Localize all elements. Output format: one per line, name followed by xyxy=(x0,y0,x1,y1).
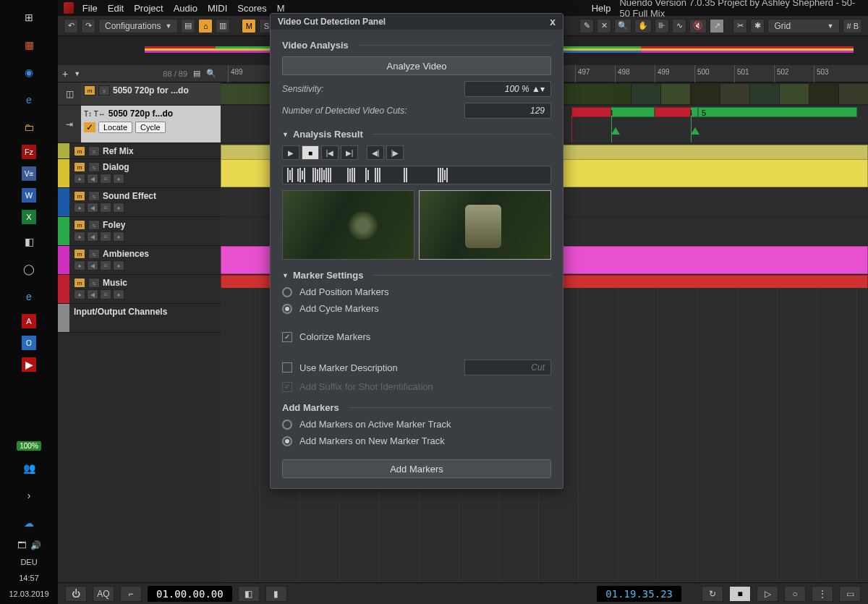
track-control[interactable]: ● xyxy=(113,260,124,271)
stop-button[interactable]: ■ xyxy=(729,586,751,602)
taskbar-app-icon[interactable]: ◉ xyxy=(19,62,39,82)
sensitivity-value[interactable]: 100 % ▲▾ xyxy=(464,81,551,97)
ie-icon[interactable]: e xyxy=(19,286,39,307)
snap-type-dropdown[interactable]: Grid▼ xyxy=(767,19,840,33)
track-control[interactable]: ◀ xyxy=(87,231,98,242)
track-row[interactable]: ms Foley ●◀≡● xyxy=(58,217,221,246)
undo-button[interactable]: ↶ xyxy=(64,19,78,33)
chrome-icon[interactable]: ◯ xyxy=(19,259,39,279)
solo-button[interactable]: s xyxy=(88,191,100,201)
track-row[interactable]: ms Ref Mix xyxy=(58,143,221,159)
tool-button[interactable]: ↗ xyxy=(710,19,724,33)
track-control[interactable]: ● xyxy=(74,260,85,271)
track-control[interactable]: ● xyxy=(74,231,85,242)
cycle-marker[interactable]: 5 xyxy=(698,107,857,117)
track-control[interactable]: ≡ xyxy=(100,231,111,242)
transport-panel-button[interactable]: ▭ xyxy=(839,586,861,602)
tray-expand-icon[interactable]: › xyxy=(19,485,39,506)
snap-button[interactable]: ✱ xyxy=(750,19,765,33)
panel-button[interactable]: ▥ xyxy=(216,19,230,33)
language-indicator[interactable]: DEU xyxy=(20,558,37,566)
secondary-timecode[interactable]: 01.19.35.23 xyxy=(597,586,681,602)
menu-truncated[interactable]: M xyxy=(277,3,285,14)
mute-button[interactable]: m xyxy=(74,220,85,230)
stop-button[interactable]: ■ xyxy=(302,145,319,160)
close-button[interactable]: x xyxy=(550,16,556,27)
track-control[interactable]: ≡ xyxy=(100,174,111,184)
zoom-badge[interactable]: 100% xyxy=(17,441,41,451)
radio-add-position[interactable]: Add Position Markers xyxy=(282,286,551,297)
radio-add-new[interactable]: Add Markers on New Marker Track xyxy=(282,435,551,446)
mute-button[interactable]: m xyxy=(74,191,85,201)
thumbnail-before[interactable] xyxy=(282,190,414,260)
record-button[interactable]: ○ xyxy=(784,586,806,602)
explorer-icon[interactable]: 🗀 xyxy=(19,117,39,137)
menu-edit[interactable]: Edit xyxy=(108,3,124,14)
track-control[interactable]: ◀ xyxy=(87,174,98,184)
mute-all-button[interactable]: M xyxy=(242,19,256,33)
tool-button[interactable]: ✎ xyxy=(579,19,594,33)
mute-button[interactable]: m xyxy=(74,249,85,259)
track-row[interactable]: Input/Output Channels xyxy=(58,304,221,333)
track-control[interactable]: ≡ xyxy=(100,289,111,299)
vs-icon[interactable]: V≡ xyxy=(22,166,36,181)
track-control[interactable]: ● xyxy=(113,174,124,184)
search-button[interactable]: 🔍 xyxy=(206,69,216,78)
punch-button[interactable]: ⌐ xyxy=(120,586,142,602)
marker-track-selected[interactable]: ⇥ T↕ T↔ 5050 720p f...do ✓ Locate Cycle xyxy=(58,106,221,143)
cycle-marker[interactable] xyxy=(655,107,691,117)
track-row[interactable]: ms Ambiences ●◀≡● xyxy=(58,246,221,275)
beats-button[interactable]: # B xyxy=(843,19,862,33)
menu-audio[interactable]: Audio xyxy=(174,3,197,14)
tool-button[interactable]: ⊪ xyxy=(655,19,669,33)
word-icon[interactable]: W xyxy=(22,188,36,203)
track-control[interactable]: ● xyxy=(113,289,124,299)
skip-back-button[interactable]: ◀| xyxy=(367,145,384,160)
track-control[interactable]: ◀ xyxy=(87,289,98,299)
next-button[interactable]: ▶| xyxy=(341,145,358,160)
filezilla-icon[interactable]: Fz xyxy=(22,145,36,159)
acrobat-icon[interactable]: A xyxy=(22,314,36,328)
edge-icon[interactable]: e xyxy=(19,90,39,110)
add-markers-button[interactable]: Add Markers xyxy=(282,459,551,478)
solo-button[interactable]: s xyxy=(88,278,100,288)
mute-button[interactable]: m xyxy=(84,85,95,95)
aq-button[interactable]: AQ xyxy=(93,586,114,602)
mute-button[interactable]: m xyxy=(74,162,85,172)
menu-midi[interactable]: MIDI xyxy=(208,3,227,14)
track-control[interactable]: ● xyxy=(74,203,85,213)
solo-button[interactable]: s xyxy=(98,85,110,95)
add-track-button[interactable]: + xyxy=(62,68,68,80)
menu-help[interactable]: Help xyxy=(592,3,611,14)
zoom-tool-button[interactable]: 🔍 xyxy=(614,19,631,33)
tool-button[interactable]: ✕ xyxy=(597,19,611,33)
clock-time[interactable]: 14:57 xyxy=(19,574,39,582)
play-button[interactable]: ▷ xyxy=(757,586,778,602)
taskbar-app-icon[interactable]: ◧ xyxy=(19,231,39,252)
check-use-description[interactable]: Use Marker Description xyxy=(282,360,551,375)
marker-checkbox[interactable]: ✓ xyxy=(84,122,95,132)
track-control[interactable]: ● xyxy=(113,231,124,242)
power-button[interactable]: ⏻ xyxy=(65,586,87,602)
loop-button[interactable]: ↻ xyxy=(702,586,723,602)
nuendo-icon[interactable]: ▶ xyxy=(22,357,36,372)
mute-button[interactable]: m xyxy=(74,278,85,288)
tool-button[interactable]: ∿ xyxy=(672,19,686,33)
track-row[interactable]: ms Dialog ●◀≡● xyxy=(58,159,221,188)
menu-project[interactable]: Project xyxy=(134,3,163,14)
outlook-icon[interactable]: O xyxy=(22,336,36,350)
analyze-video-button[interactable]: Analyze Video xyxy=(282,56,551,75)
locate-button[interactable]: Locate xyxy=(98,122,132,133)
tool-button[interactable]: 🔇 xyxy=(689,19,707,33)
track-control[interactable]: ● xyxy=(74,289,85,299)
hand-tool-button[interactable]: ✋ xyxy=(634,19,652,33)
thumbnail-after[interactable] xyxy=(419,190,551,260)
transport-menu-button[interactable]: ⋮ xyxy=(812,586,833,602)
redo-button[interactable]: ↷ xyxy=(81,19,95,33)
track-control[interactable]: ◀ xyxy=(87,260,98,271)
track-row[interactable]: ms Music ●◀≡● xyxy=(58,275,221,304)
marker-button[interactable]: ▮ xyxy=(265,586,287,602)
track-control[interactable]: ≡ xyxy=(100,260,111,271)
track-visibility-button[interactable]: ▤ xyxy=(181,19,195,33)
solo-button[interactable]: s xyxy=(88,220,100,230)
